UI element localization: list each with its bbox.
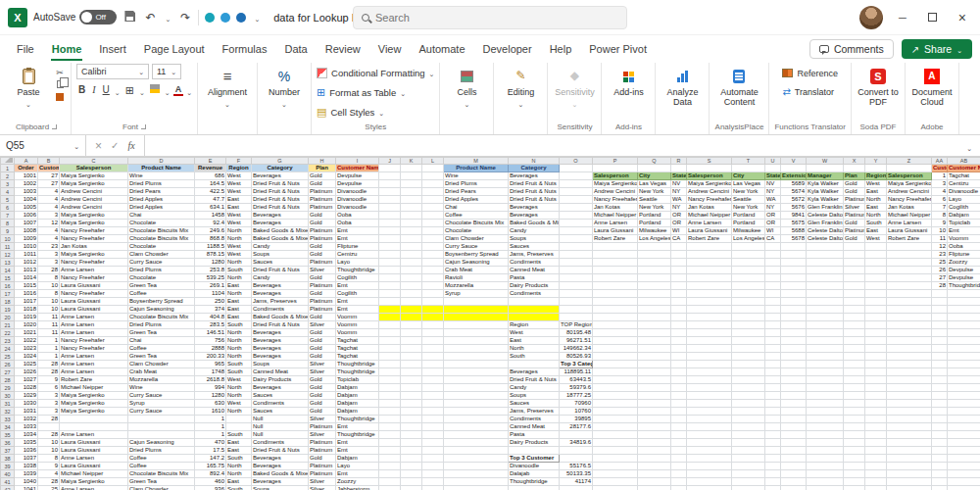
- cell-AA6[interactable]: 7: [932, 204, 948, 212]
- cell-Y5[interactable]: North: [865, 196, 887, 204]
- cell-D29[interactable]: Wine: [128, 384, 195, 392]
- cell-Y10[interactable]: West: [865, 235, 887, 243]
- cell-L21[interactable]: [422, 321, 444, 329]
- cell-Q4[interactable]: New York: [638, 188, 671, 196]
- cell-K28[interactable]: [401, 376, 422, 384]
- cell-X24[interactable]: [844, 345, 865, 353]
- cell-H17[interactable]: Gold: [309, 290, 336, 298]
- cell-S4[interactable]: Andrew Cencini: [687, 188, 732, 196]
- cell-U40[interactable]: [765, 470, 781, 478]
- cell-G13[interactable]: Sauces: [252, 259, 309, 267]
- cell-I30[interactable]: Dabjam: [336, 392, 379, 400]
- cell-N5[interactable]: Dried Fruit & Nuts: [509, 196, 560, 204]
- cell-C23[interactable]: Nancy Freehafer: [60, 337, 128, 345]
- cell-Q26[interactable]: [638, 361, 671, 368]
- cell-X14[interactable]: [844, 267, 865, 274]
- tab-review[interactable]: Review: [317, 39, 369, 61]
- cell-K14[interactable]: [401, 267, 422, 274]
- cell-W4[interactable]: Kyla Walker: [807, 188, 844, 196]
- quick-access-addin-3-button[interactable]: [236, 13, 246, 23]
- col-header-L[interactable]: L: [422, 158, 444, 165]
- cell-N37[interactable]: [509, 447, 560, 455]
- cell-H4[interactable]: Platinum: [309, 188, 336, 196]
- cell-W17[interactable]: [807, 290, 844, 298]
- cell-H1[interactable]: Plan: [309, 165, 336, 172]
- cell-I9[interactable]: Emt: [336, 227, 379, 235]
- cell-Q31[interactable]: [638, 400, 671, 408]
- cell-R39[interactable]: [671, 463, 687, 470]
- cell-A26[interactable]: 1025: [15, 361, 38, 368]
- cell-C11[interactable]: Jan Kotas: [60, 243, 128, 251]
- cell-W6[interactable]: Glen Franklin: [807, 204, 844, 212]
- cell-K6[interactable]: [401, 204, 422, 212]
- cell-N42[interactable]: [509, 486, 560, 490]
- cell-AB22[interactable]: [948, 329, 980, 337]
- cell-M33[interactable]: [444, 416, 509, 423]
- cell-J3[interactable]: [379, 180, 401, 188]
- cell-Y3[interactable]: West: [865, 180, 887, 188]
- cell-X9[interactable]: Platinum: [844, 227, 865, 235]
- cell-U32[interactable]: [765, 408, 781, 416]
- cell-I26[interactable]: Thoughtbridge: [336, 361, 379, 368]
- cell-G38[interactable]: Beverages: [252, 455, 309, 463]
- cell-Z31[interactable]: [887, 400, 932, 408]
- cell-W9[interactable]: Celeste Dalton: [807, 227, 844, 235]
- cell-R16[interactable]: [671, 282, 687, 290]
- cell-D6[interactable]: Dried Apples: [128, 204, 195, 212]
- cell-K16[interactable]: [401, 282, 422, 290]
- cell-V7[interactable]: 9841: [781, 212, 807, 220]
- row-header-21[interactable]: 21: [1, 321, 15, 329]
- cell-U8[interactable]: OR: [765, 220, 781, 227]
- cell-AB38[interactable]: [948, 455, 980, 463]
- cell-AB26[interactable]: [948, 361, 980, 368]
- cell-V18[interactable]: [781, 298, 807, 306]
- cell-Z26[interactable]: [887, 361, 932, 368]
- row-header-16[interactable]: 16: [1, 282, 15, 290]
- row-header-40[interactable]: 40: [1, 470, 15, 478]
- cell-V27[interactable]: [781, 368, 807, 376]
- tab-home[interactable]: Home: [43, 39, 91, 61]
- cell-N22[interactable]: West: [509, 329, 560, 337]
- cell-T19[interactable]: [732, 306, 765, 314]
- cell-S18[interactable]: [687, 298, 732, 306]
- cell-L15[interactable]: [422, 274, 444, 282]
- cell-H21[interactable]: Silver: [309, 321, 336, 329]
- cell-O3[interactable]: [560, 180, 593, 188]
- cell-V4[interactable]: 5674: [781, 188, 807, 196]
- cell-H37[interactable]: Platinum: [309, 447, 336, 455]
- cell-O18[interactable]: [560, 298, 593, 306]
- col-header-E[interactable]: E: [195, 158, 226, 165]
- cell-O13[interactable]: [560, 259, 593, 267]
- cell-AA28[interactable]: [932, 376, 948, 384]
- row-header-20[interactable]: 20: [1, 314, 15, 321]
- cell-AA22[interactable]: [932, 329, 948, 337]
- cell-Z12[interactable]: [887, 251, 932, 259]
- cell-O15[interactable]: [560, 274, 593, 282]
- cell-Q13[interactable]: [638, 259, 671, 267]
- cell-A21[interactable]: 1020: [15, 321, 38, 329]
- cell-F14[interactable]: South: [226, 267, 252, 274]
- cell-V15[interactable]: [781, 274, 807, 282]
- cell-Q12[interactable]: [638, 251, 671, 259]
- cell-Q1[interactable]: [638, 165, 671, 172]
- cell-H40[interactable]: Platinum: [309, 470, 336, 478]
- cell-T11[interactable]: [732, 243, 765, 251]
- cell-T12[interactable]: [732, 251, 765, 259]
- avatar[interactable]: [859, 6, 883, 29]
- cell-AB24[interactable]: [948, 345, 980, 353]
- cell-B40[interactable]: 4: [38, 470, 60, 478]
- cell-J14[interactable]: [379, 267, 401, 274]
- cell-J24[interactable]: [379, 345, 401, 353]
- autosave-control[interactable]: AutoSave Off: [33, 10, 117, 24]
- cell-AA16[interactable]: 28: [932, 282, 948, 290]
- cell-B27[interactable]: 28: [38, 368, 60, 376]
- cell-Q7[interactable]: Portland: [638, 212, 671, 220]
- cell-H24[interactable]: Gold: [309, 345, 336, 353]
- cell-M39[interactable]: [444, 463, 509, 470]
- cell-Z28[interactable]: [887, 376, 932, 384]
- col-header-G[interactable]: G: [252, 158, 309, 165]
- cell-Y8[interactable]: South: [865, 220, 887, 227]
- cell-K9[interactable]: [401, 227, 422, 235]
- search-input[interactable]: [375, 12, 618, 24]
- cell-X15[interactable]: [844, 274, 865, 282]
